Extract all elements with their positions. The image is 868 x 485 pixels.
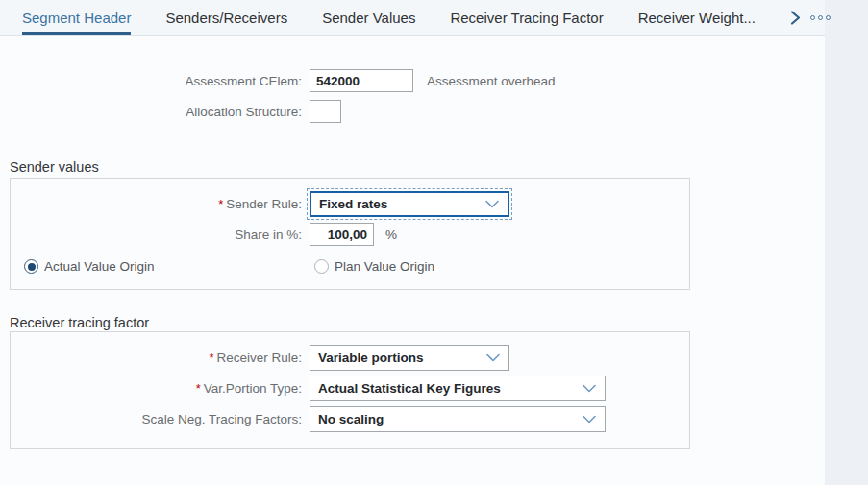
var-portion-type-label: *Var.Portion Type:: [0, 381, 302, 396]
receiver-rule-select[interactable]: Variable portions: [310, 345, 509, 371]
tab-overflow-chevron-icon[interactable]: [790, 0, 801, 35]
sender-values-title: Sender values: [10, 159, 99, 175]
tab-label: Segment Header: [22, 10, 131, 26]
selected-value: Fixed rates: [319, 197, 387, 211]
sender-rule-label: *Sender Rule:: [0, 197, 302, 211]
sender-rule-select[interactable]: Fixed rates: [310, 191, 509, 217]
tab-label: Senders/Receivers: [165, 10, 287, 26]
tab-sender-values[interactable]: Sender Values: [322, 0, 415, 35]
scale-neg-tracing-factors-label: Scale Neg. Tracing Factors:: [0, 412, 302, 426]
selected-value: Actual Statistical Key Figures: [318, 381, 501, 396]
dropdown-chevron-icon: [583, 415, 596, 424]
allocation-structure-label: Allocation Structure:: [0, 105, 302, 119]
allocation-structure-input[interactable]: [310, 100, 341, 123]
radio-actual-value-origin-label: Actual Value Origin: [44, 259, 155, 275]
dropdown-chevron-icon: [485, 200, 499, 208]
required-asterisk: *: [196, 381, 201, 396]
dropdown-chevron-icon: [486, 353, 500, 362]
assessment-celem-description: Assessment overhead: [427, 70, 556, 93]
dot: [818, 15, 823, 20]
selected-value: No scaling: [318, 412, 384, 426]
tab-overflow-menu-icon[interactable]: [810, 0, 831, 35]
tab-senders-receivers[interactable]: Senders/Receivers: [165, 0, 287, 35]
tab-label: Sender Values: [322, 10, 415, 26]
radio-plan-value-origin[interactable]: [314, 259, 329, 274]
required-asterisk: *: [218, 197, 223, 211]
tab-label: Receiver Tracing Factor: [450, 10, 603, 26]
scale-neg-tracing-factors-select[interactable]: No scaling: [310, 406, 606, 432]
receiver-rule-label: *Receiver Rule:: [0, 351, 302, 365]
share-in-percent-label: Share in %:: [0, 228, 302, 242]
dot: [810, 15, 815, 20]
required-asterisk: *: [209, 351, 213, 365]
var-portion-type-select[interactable]: Actual Statistical Key Figures: [310, 376, 606, 401]
radio-actual-value-origin[interactable]: [24, 259, 38, 274]
tab-label: Receiver Weight...: [638, 10, 756, 26]
selected-value: Variable portions: [318, 351, 424, 365]
tab-receiver-weighting[interactable]: Receiver Weight...: [638, 0, 756, 35]
tab-receiver-tracing-factor[interactable]: Receiver Tracing Factor: [450, 0, 603, 35]
right-margin-panel: [825, 0, 868, 485]
dropdown-chevron-icon: [583, 384, 596, 393]
assessment-celem-input[interactable]: [310, 69, 413, 92]
tab-bar: Segment Header Senders/Receivers Sender …: [0, 0, 825, 36]
radio-plan-value-origin-label: Plan Value Origin: [335, 259, 434, 275]
share-in-percent-input[interactable]: [310, 223, 374, 246]
assessment-celem-label: Assessment CElem:: [0, 74, 302, 88]
receiver-tracing-title: Receiver tracing factor: [10, 315, 149, 330]
dot: [826, 15, 831, 20]
percent-suffix: %: [385, 224, 397, 247]
tab-segment-header[interactable]: Segment Header: [22, 0, 131, 35]
